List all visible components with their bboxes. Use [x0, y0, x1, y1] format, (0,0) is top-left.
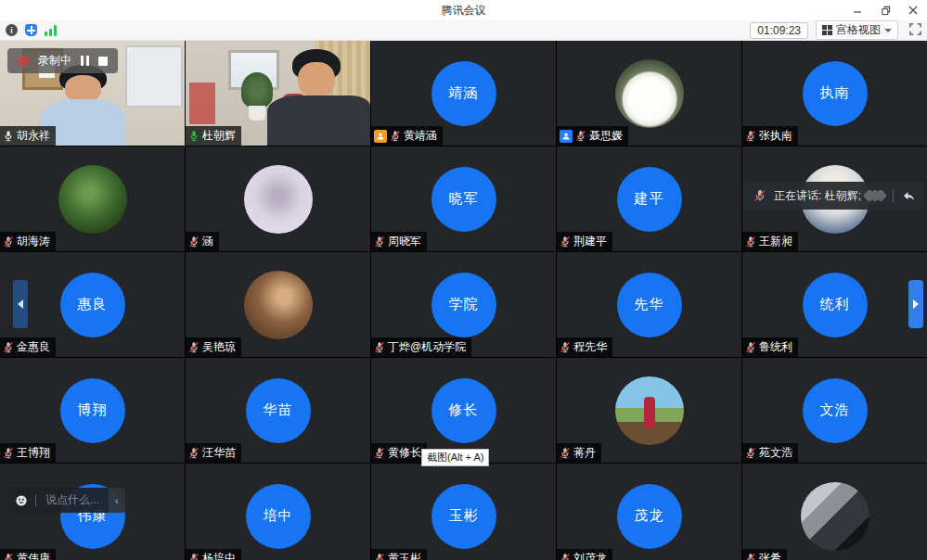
participant-tile[interactable]: 执南张执南	[742, 41, 927, 146]
security-shield-icon[interactable]	[25, 24, 37, 36]
prev-page-button[interactable]	[13, 280, 28, 328]
orange-person-badge-icon	[374, 130, 387, 143]
participant-tile[interactable]: 茂龙刘茂龙	[557, 464, 741, 560]
toolbar-left: i	[6, 24, 57, 36]
participant-name: 王博翔	[17, 445, 50, 461]
participant-tile[interactable]: 杜朝辉	[186, 41, 370, 146]
mic-on-icon	[3, 130, 14, 142]
close-button[interactable]	[899, 0, 927, 20]
avatar-photo	[801, 482, 869, 551]
next-page-button[interactable]	[908, 280, 923, 328]
speaking-toast: 正在讲话: 杜朝辉;	[744, 182, 924, 210]
window-title: 腾讯会议	[0, 3, 927, 19]
participant-name: 荆建平	[573, 234, 607, 249]
recording-label: 录制中	[38, 53, 71, 69]
applause-ghost-icon	[869, 191, 885, 200]
participant-name: 涵	[202, 234, 213, 249]
emoji-button[interactable]	[7, 494, 35, 507]
participant-tile[interactable]: 统利鲁统利	[742, 252, 927, 357]
participant-tile[interactable]: 聂思媛	[557, 41, 741, 146]
chevron-down-icon	[884, 29, 892, 32]
participant-tile[interactable]: 先华程先华	[557, 252, 741, 357]
speaking-toast-text: 正在讲话: 杜朝辉;	[774, 188, 861, 204]
mic-muted-icon	[3, 553, 14, 560]
minimize-icon	[853, 6, 862, 15]
chat-input-placeholder[interactable]: 说点什么...	[36, 492, 109, 508]
recording-dot-icon	[18, 56, 29, 67]
smiley-icon	[15, 494, 28, 507]
mic-muted-icon	[745, 130, 756, 142]
participant-tile[interactable]: 修长黄修长	[371, 358, 556, 463]
participant-name-label: 黄伟康	[0, 549, 56, 560]
stop-recording-button[interactable]	[98, 57, 108, 66]
screenshot-tooltip: 截图(Alt + A)	[421, 449, 489, 466]
restore-icon	[881, 6, 891, 16]
participant-tile[interactable]: 吴艳琼	[186, 252, 370, 357]
mic-muted-icon	[188, 235, 200, 248]
participant-tile[interactable]: 博翔王博翔	[0, 358, 185, 463]
participant-tile[interactable]: 靖涵黄靖涵	[371, 41, 556, 146]
participant-tile[interactable]: 玉彬黄玉彬	[371, 464, 556, 560]
participant-name: 周晓军	[388, 234, 421, 249]
avatar-photo	[615, 376, 684, 445]
avatar-initials: 靖涵	[431, 61, 496, 126]
participant-name-label: 黄靖涵	[371, 126, 443, 146]
participant-name: 黄修长	[388, 445, 421, 461]
chevron-left-icon	[18, 299, 23, 309]
participant-name-label: 张执南	[742, 126, 798, 146]
participant-name-label: 胡永祥	[0, 126, 56, 146]
participant-name: 杜朝辉	[202, 128, 236, 144]
participant-tile[interactable]: 学院丁烨@机动学院	[371, 252, 556, 357]
participant-tile[interactable]: 培中杨培中	[186, 464, 370, 560]
mic-muted-icon	[745, 341, 756, 353]
participant-tile[interactable]: 华苗汪华苗	[186, 358, 370, 463]
window-controls	[843, 0, 927, 20]
participant-name: 杨培中	[202, 551, 236, 560]
mic-muted-icon	[188, 341, 200, 353]
participant-tile[interactable]: 胡海涛	[0, 146, 185, 251]
participant-tile[interactable]: 文浩苑文浩	[742, 358, 927, 463]
mic-muted-icon	[188, 553, 200, 560]
network-signal-icon[interactable]	[45, 25, 57, 36]
avatar-initials: 惠良	[60, 273, 125, 337]
participant-tile[interactable]: 涵	[186, 146, 370, 251]
info-icon[interactable]: i	[6, 24, 18, 36]
grid-layout-icon	[822, 25, 832, 35]
mic-muted-icon	[560, 235, 571, 248]
participant-name-label: 丁烨@机动学院	[371, 337, 471, 357]
mic-muted-icon	[374, 341, 385, 353]
participant-name-label: 聂思媛	[557, 126, 628, 146]
fullscreen-button[interactable]	[909, 22, 921, 39]
participant-name: 吴艳琼	[202, 339, 236, 355]
avatar-initials: 玉彬	[431, 484, 496, 549]
participant-tile[interactable]: 建平荆建平	[557, 146, 741, 251]
participant-tile[interactable]: 张希	[742, 464, 927, 560]
mic-muted-icon	[390, 130, 401, 142]
mic-muted-icon	[753, 189, 766, 202]
participant-name-label: 黄修长	[371, 443, 427, 463]
mic-muted-icon	[374, 553, 385, 560]
maximize-button[interactable]	[871, 0, 899, 20]
participant-name: 聂思媛	[589, 128, 623, 144]
pause-recording-button[interactable]	[81, 56, 89, 66]
view-mode-button[interactable]: 宫格视图	[816, 20, 898, 40]
mic-muted-icon	[745, 553, 756, 560]
participant-tile[interactable]: 蒋丹	[557, 358, 741, 463]
participant-tile[interactable]: 晓军周晓军	[371, 146, 556, 251]
participant-name: 丁烨@机动学院	[388, 339, 466, 355]
participant-name: 金惠良	[17, 339, 50, 355]
mic-muted-icon	[745, 235, 756, 248]
fullscreen-icon	[909, 23, 921, 35]
participant-name: 黄玉彬	[388, 551, 421, 560]
avatar-initials: 博翔	[60, 378, 125, 443]
minimize-button[interactable]	[843, 0, 871, 20]
participant-name: 张希	[759, 551, 781, 560]
chatbar-collapse-button[interactable]: ‹	[109, 488, 125, 513]
avatar-initials: 培中	[246, 484, 311, 549]
participant-name-label: 张希	[742, 549, 787, 560]
participant-name-label: 王新昶	[742, 232, 798, 251]
participant-name-label: 荆建平	[557, 232, 612, 251]
avatar-initials: 建平	[617, 167, 682, 232]
avatar-initials: 学院	[431, 273, 496, 337]
reply-arrow-icon[interactable]	[901, 189, 915, 203]
